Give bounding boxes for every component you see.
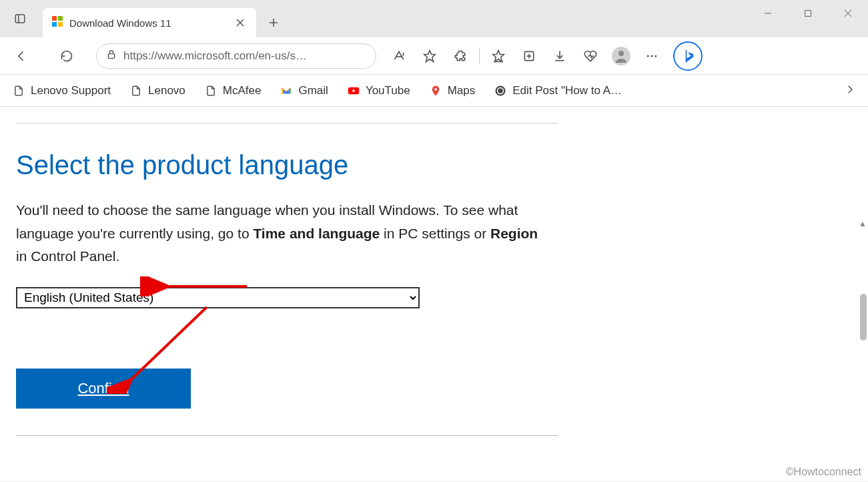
desc-text: in PC settings or (380, 226, 490, 241)
svg-point-27 (655, 55, 657, 57)
favorite-star-icon[interactable] (415, 43, 444, 69)
favorite-label: Lenovo Support (31, 84, 111, 97)
favorite-label: Gmail (298, 84, 328, 97)
favorite-mcafee[interactable]: McAfee (204, 84, 262, 97)
svg-rect-5 (58, 22, 63, 27)
youtube-icon (347, 84, 360, 97)
health-icon[interactable] (576, 43, 605, 69)
url-text: https://www.microsoft.com/en-us/s… (123, 49, 366, 63)
tab-close-icon[interactable] (234, 16, 247, 29)
section-divider (16, 435, 558, 436)
tab-title: Download Windows 11 (69, 17, 227, 29)
svg-rect-11 (805, 11, 811, 17)
scroll-up-icon[interactable]: ▲ (859, 219, 867, 228)
favorite-label: McAfee (223, 84, 262, 97)
window-maximize-button[interactable] (788, 0, 828, 27)
page-description: You'll need to choose the same language … (16, 199, 550, 268)
favorite-gmail[interactable]: Gmail (280, 84, 328, 97)
favorite-edit-post[interactable]: Edit Post "How to A… (494, 84, 622, 97)
favorites-overflow-icon[interactable] (844, 83, 856, 98)
tab-actions-icon[interactable] (5, 4, 35, 33)
desc-bold: Time and language (253, 226, 380, 241)
favorite-label: Lenovo (148, 84, 185, 97)
window-controls (748, 0, 868, 27)
favorites-bar: Lenovo Support Lenovo McAfee Gmail YouTu… (0, 75, 868, 107)
page-icon (204, 84, 218, 97)
page-content-area: Select the product language You'll need … (0, 107, 868, 481)
favorite-label: Maps (448, 84, 476, 97)
page-icon (12, 84, 25, 97)
refresh-button[interactable] (53, 43, 80, 69)
confirm-button[interactable]: Confirm (16, 369, 191, 409)
favorite-lenovo-support[interactable]: Lenovo Support (12, 84, 111, 97)
svg-point-26 (651, 55, 653, 57)
window-minimize-button[interactable] (748, 0, 788, 27)
svg-rect-0 (15, 15, 25, 23)
page-icon (129, 84, 143, 97)
svg-point-30 (434, 87, 437, 90)
downloads-icon[interactable] (545, 43, 574, 69)
favorite-maps[interactable]: Maps (429, 84, 476, 97)
collections-icon[interactable] (514, 43, 544, 69)
window-close-button[interactable] (828, 0, 868, 27)
extensions-icon[interactable] (446, 43, 475, 69)
svg-rect-14 (108, 53, 114, 58)
settings-more-icon[interactable] (637, 43, 667, 69)
browser-titlebar: Download Windows 11 (0, 0, 868, 37)
favorite-label: Edit Post "How to A… (512, 84, 622, 97)
svg-point-25 (647, 55, 649, 57)
section-divider (16, 123, 558, 124)
favorite-label: YouTube (366, 84, 410, 97)
watermark-text: ©Howtoconnect (786, 466, 861, 478)
wordpress-icon (494, 84, 507, 97)
svg-rect-4 (52, 22, 57, 27)
svg-point-33 (498, 88, 504, 93)
svg-marker-17 (493, 50, 504, 61)
favorite-lenovo[interactable]: Lenovo (129, 84, 185, 97)
gmail-icon (280, 84, 293, 97)
site-info-icon[interactable] (106, 49, 117, 63)
browser-tab[interactable]: Download Windows 11 (43, 8, 256, 37)
desc-bold: Region (490, 226, 538, 241)
back-button[interactable] (8, 43, 35, 69)
svg-marker-16 (424, 50, 436, 61)
desc-text: in Control Panel. (16, 248, 119, 264)
bing-chat-button[interactable] (673, 41, 703, 71)
tab-favicon-windows-icon (52, 16, 63, 29)
vertical-scrollbar-thumb[interactable] (860, 294, 867, 340)
maps-icon (429, 84, 442, 97)
svg-rect-3 (58, 16, 63, 21)
new-tab-button[interactable] (262, 11, 286, 35)
svg-rect-2 (52, 16, 57, 21)
read-aloud-icon[interactable] (384, 43, 414, 69)
favorite-youtube[interactable]: YouTube (347, 84, 410, 97)
language-select[interactable]: English (United States) (16, 287, 420, 308)
browser-toolbar: https://www.microsoft.com/en-us/s… (0, 37, 868, 75)
toolbar-separator (479, 48, 480, 64)
profile-avatar[interactable] (606, 43, 636, 69)
svg-point-24 (618, 51, 624, 56)
favorites-list-icon[interactable] (484, 43, 513, 69)
page-heading: Select the product language (16, 150, 558, 180)
address-bar[interactable]: https://www.microsoft.com/en-us/s… (96, 43, 376, 69)
